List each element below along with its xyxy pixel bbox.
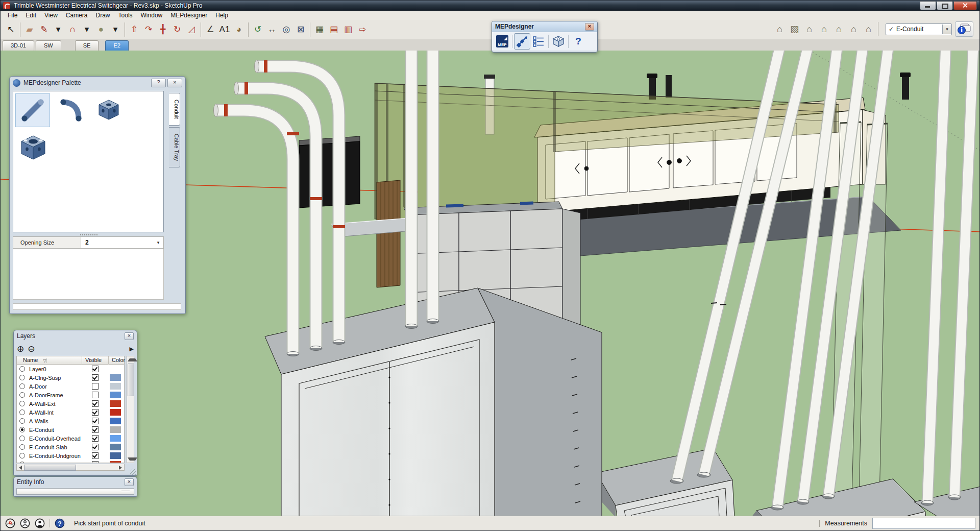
view-icon[interactable]: ▧	[787, 21, 802, 37]
layer-row[interactable]: E-Conduit	[17, 425, 124, 434]
layer-visible-checkbox[interactable]	[92, 383, 99, 390]
layer-row[interactable]: E-Conduit-Slab	[17, 443, 124, 451]
layer-radio[interactable]	[19, 366, 25, 372]
layer-visible-checkbox[interactable]	[92, 400, 99, 407]
layer-radio[interactable]	[19, 418, 25, 424]
tool-icon[interactable]: ▾	[108, 22, 122, 37]
scroll-left-icon[interactable]	[19, 466, 22, 470]
layer-info-button[interactable]	[955, 21, 973, 37]
layer-row[interactable]: A-Wall-Int	[17, 408, 124, 417]
view-icon[interactable]: ⌂	[772, 21, 787, 37]
layer-visible-checkbox[interactable]	[92, 418, 99, 424]
layer-visible-checkbox[interactable]	[92, 374, 99, 381]
view-icon[interactable]: ⌂	[817, 21, 831, 37]
layer-color-swatch[interactable]	[110, 435, 121, 442]
layers-detail-button[interactable]: ▶	[130, 346, 134, 352]
layer-color-swatch[interactable]	[110, 400, 121, 407]
property-value[interactable]: 2	[81, 237, 153, 248]
tool-icon[interactable]: ◕	[232, 22, 246, 37]
column-name[interactable]: Name ▽	[17, 356, 82, 365]
tool-icon[interactable]: ⇨	[355, 22, 370, 37]
minimize-button[interactable]	[920, 1, 936, 10]
scrollbar-thumb[interactable]	[128, 364, 134, 396]
layer-color-swatch[interactable]	[110, 383, 121, 390]
layer-row[interactable]: E-Equipment	[17, 460, 124, 463]
close-icon[interactable]: ×	[167, 79, 182, 87]
add-layer-button[interactable]: ⊕	[17, 345, 24, 353]
mep-logo-button[interactable]: MEP	[494, 33, 510, 50]
layer-radio[interactable]	[19, 375, 25, 380]
tool-icon[interactable]: ◿	[184, 22, 199, 37]
layers-titlebar[interactable]: Layers ×	[14, 330, 137, 342]
mep-toolbar-titlebar[interactable]: MEPdesigner ×	[492, 21, 597, 32]
layer-radio[interactable]	[19, 401, 25, 406]
layer-row[interactable]: Layer0	[17, 365, 124, 373]
layer-visible-checkbox[interactable]	[92, 452, 99, 459]
tool-icon[interactable]: ↔	[265, 22, 279, 37]
tool-icon[interactable]: ▾	[80, 22, 94, 37]
tool-icon[interactable]: ∠	[203, 22, 217, 37]
palette-item-straight-conduit[interactable]	[15, 93, 50, 127]
help-icon[interactable]: ?	[55, 518, 65, 528]
scroll-right-icon[interactable]	[119, 466, 122, 470]
palette-tab[interactable]: Cable Tray	[169, 127, 180, 167]
menu-item[interactable]: MEPdesigner	[166, 11, 211, 20]
tool-icon[interactable]: ↺	[251, 22, 265, 37]
geolocation-icon[interactable]	[5, 518, 15, 528]
scrollbar-thumb[interactable]	[24, 465, 76, 471]
palette-titlebar[interactable]: MEPdesigner Palette ? ×	[10, 77, 185, 89]
layer-radio[interactable]	[19, 436, 25, 441]
palette-splitter[interactable]	[13, 233, 164, 236]
layer-visible-checkbox[interactable]	[92, 426, 99, 433]
scene-tab[interactable]: SE	[75, 40, 99, 51]
layer-color-swatch[interactable]	[110, 418, 121, 424]
close-icon[interactable]: ×	[585, 23, 594, 31]
tool-icon[interactable]: ▾	[51, 22, 65, 37]
layer-visible-checkbox[interactable]	[92, 409, 99, 416]
layer-color-swatch[interactable]	[110, 444, 121, 450]
layer-color-swatch[interactable]	[110, 452, 121, 459]
tool-icon[interactable]: ▤	[327, 22, 341, 37]
layer-visible-checkbox[interactable]	[92, 461, 99, 463]
menu-item[interactable]: File	[4, 11, 21, 20]
tool-icon[interactable]: ⇧	[127, 22, 141, 37]
layer-row[interactable]: A-Wall-Ext	[17, 399, 124, 408]
palette-item-junction-box[interactable]	[92, 93, 126, 126]
chevron-down-icon[interactable]: ▾	[942, 25, 951, 34]
layer-row[interactable]: A-Door	[17, 382, 124, 391]
layer-color-swatch[interactable]	[110, 426, 121, 433]
scene-tab[interactable]: E2	[105, 40, 128, 51]
menu-item[interactable]: Edit	[21, 11, 40, 20]
view-icon[interactable]: ⌂	[846, 21, 861, 37]
view-icon[interactable]: ⌂	[861, 21, 876, 37]
mep-help-button[interactable]: ?	[570, 33, 586, 50]
chevron-down-icon[interactable]: ▾	[153, 237, 163, 248]
palette-tab[interactable]: Conduit	[169, 93, 180, 126]
tool-icon[interactable]: ▰	[22, 22, 37, 37]
menu-item[interactable]: Tools	[114, 11, 137, 20]
layer-radio[interactable]	[19, 427, 25, 432]
palette-item-elbow-conduit[interactable]	[54, 93, 88, 126]
menu-item[interactable]: View	[40, 11, 62, 20]
column-color[interactable]: Color	[109, 356, 125, 365]
route-conduit-button[interactable]	[514, 33, 530, 50]
entity-info-titlebar[interactable]: Entity Info ×	[14, 477, 137, 487]
restore-button[interactable]	[937, 1, 953, 10]
layer-row[interactable]: A-DoorFrame	[17, 391, 124, 399]
component-box-button[interactable]	[550, 33, 567, 50]
sign-in-icon[interactable]	[35, 518, 45, 528]
tool-icon[interactable]: ●	[94, 22, 108, 37]
tool-icon[interactable]: ▥	[341, 22, 355, 37]
layer-dropdown[interactable]: ✓ E-Conduit ▾	[886, 23, 952, 35]
layer-row[interactable]: E-Conduit-Undgroun	[17, 451, 124, 460]
scroll-down-icon[interactable]	[128, 457, 137, 461]
view-icon[interactable]: ⌂	[802, 21, 817, 37]
close-icon[interactable]: ×	[125, 478, 134, 486]
layer-row[interactable]: A-Clng-Susp	[17, 373, 124, 382]
menu-item[interactable]: Window	[137, 11, 167, 20]
layer-color-swatch[interactable]	[110, 461, 121, 463]
close-button[interactable]	[953, 1, 977, 10]
tool-icon[interactable]: A1	[217, 22, 232, 37]
layer-visible-checkbox[interactable]	[92, 435, 99, 442]
schedule-button[interactable]	[530, 33, 547, 50]
